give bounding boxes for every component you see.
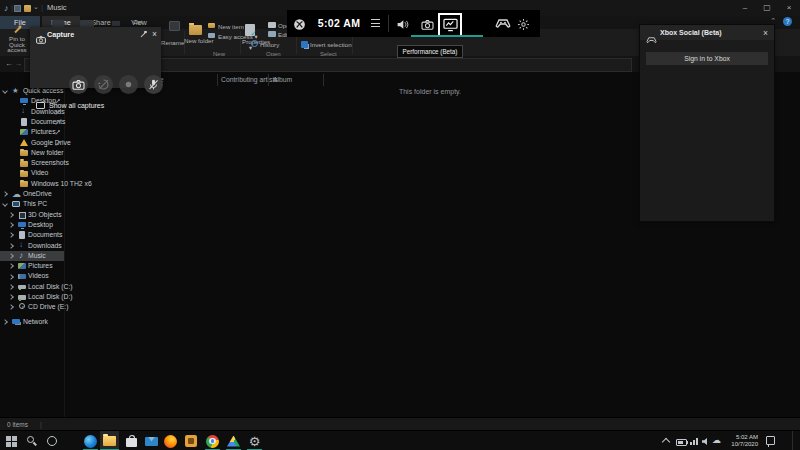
maximize-button[interactable]: ▢	[756, 0, 778, 15]
taskbar-icon-edge[interactable]	[81, 431, 100, 450]
sidebar-item-documents[interactable]: Documents	[0, 230, 64, 240]
chevron-right-icon[interactable]	[2, 191, 8, 197]
sidebar-item-videos[interactable]: Videos	[0, 271, 64, 281]
chevron-right-icon[interactable]	[8, 305, 14, 311]
chevron-right-icon[interactable]	[8, 274, 14, 280]
column-header-contributing-artists[interactable]: Contributing artists	[221, 76, 278, 83]
taskbar-icon-file-explorer[interactable]	[100, 431, 119, 450]
qat-customize-chevron-icon[interactable]: ⌄	[33, 3, 39, 11]
back-arrow-icon[interactable]: ←	[5, 59, 13, 68]
performance-widget-button[interactable]	[438, 13, 462, 37]
qat-new-folder-icon[interactable]	[24, 5, 31, 12]
capture-widget-header[interactable]: Capture ×	[30, 27, 161, 40]
chevron-right-icon[interactable]	[8, 212, 14, 218]
sidebar-item-music[interactable]: Music	[0, 251, 64, 261]
sidebar-item-this-pc[interactable]: This PC	[0, 199, 64, 209]
sidebar-item-pictures[interactable]: Pictures	[0, 127, 64, 137]
new-folder-button[interactable]: New folder	[184, 38, 208, 44]
onedrive-icon[interactable]: ☁	[712, 435, 721, 445]
taskbar-icon-mail[interactable]	[142, 431, 161, 450]
xbox-logo-icon[interactable]	[293, 17, 306, 30]
sidebar-item-new-folder[interactable]: New folder	[0, 148, 64, 158]
minimize-button[interactable]: –	[734, 0, 756, 15]
easy-access-icon[interactable]	[208, 33, 215, 38]
widget-menu-icon[interactable]	[371, 19, 380, 28]
column-header-album[interactable]: Album	[273, 76, 292, 83]
chevron-right-icon[interactable]	[8, 222, 14, 228]
history-button[interactable]: History	[260, 41, 279, 48]
new-folder-icon[interactable]	[189, 25, 202, 35]
sidebar-item-cd-drive-e-[interactable]: CD Drive (E:)	[0, 302, 64, 312]
volume-icon[interactable]	[702, 438, 710, 445]
close-button[interactable]: ×	[778, 0, 800, 15]
start-recording-button[interactable]	[119, 75, 138, 94]
chevron-right-icon[interactable]	[8, 284, 14, 290]
network-icon[interactable]	[690, 438, 699, 445]
xbox-social-header[interactable]: Xbox Social (Beta) ×	[640, 25, 774, 40]
taskbar-icon-store[interactable]	[122, 431, 141, 450]
hidden-icons-chevron-icon[interactable]	[662, 438, 670, 446]
sidebar-item-pictures[interactable]: Pictures	[0, 261, 64, 271]
forward-arrow-icon[interactable]: →	[14, 59, 22, 68]
taskbar-icon-firefox[interactable]	[161, 431, 180, 450]
pin-widget-icon[interactable]	[140, 30, 148, 38]
taskbar-icon-settings[interactable]: ⚙	[245, 431, 264, 450]
rename-button[interactable]: Rename	[161, 39, 184, 46]
chevron-right-icon[interactable]	[8, 263, 14, 269]
sidebar-item-desktop[interactable]: Desktop	[0, 220, 64, 230]
sidebar-item-network[interactable]: Network	[0, 317, 64, 327]
chevron-right-icon[interactable]	[8, 294, 14, 300]
close-social-icon[interactable]: ×	[763, 28, 768, 38]
chevron-down-icon[interactable]	[2, 88, 8, 94]
sidebar-item-local-disk-d-[interactable]: Local Disk (D:)	[0, 292, 64, 302]
close-widget-icon[interactable]: ×	[152, 29, 157, 39]
sidebar-item-documents[interactable]: Documents	[0, 117, 64, 127]
sign-in-to-xbox-button[interactable]: Sign in to Xbox	[646, 52, 768, 65]
taskbar-icon-cortana[interactable]	[42, 431, 61, 450]
action-center-icon[interactable]	[766, 436, 775, 445]
chevron-right-icon[interactable]	[8, 233, 14, 239]
history-icon[interactable]	[251, 40, 258, 47]
take-screenshot-button[interactable]	[69, 75, 88, 94]
sidebar-item-video[interactable]: Video	[0, 168, 64, 178]
xbox-social-widget-button[interactable]	[495, 17, 511, 31]
settings-widget-button[interactable]	[515, 17, 531, 31]
new-item-icon[interactable]	[208, 23, 215, 28]
sidebar-item-downloads[interactable]: Downloads	[0, 241, 64, 251]
qat-properties-icon[interactable]	[14, 5, 21, 12]
edit-icon[interactable]	[268, 31, 276, 37]
open-icon[interactable]	[268, 22, 276, 28]
sidebar-item-3d-objects[interactable]: 3D Objects	[0, 210, 64, 220]
show-desktop-button[interactable]	[792, 431, 793, 450]
pin-to-quick-access-button[interactable]: Pin to Quick access	[1, 36, 33, 53]
sidebar-item-screenshots[interactable]: Screenshots	[0, 158, 64, 168]
copy-path-icon[interactable]	[112, 21, 120, 26]
invert-selection-icon[interactable]	[301, 41, 308, 48]
capture-widget-button[interactable]	[419, 17, 435, 31]
cut-button[interactable]: Cut	[133, 19, 142, 25]
taskbar-icon-yellow-app[interactable]	[181, 431, 200, 450]
audio-widget-button[interactable]	[394, 17, 410, 31]
copy-icon[interactable]	[52, 20, 64, 27]
taskbar-icon-drive[interactable]	[224, 431, 243, 450]
collapse-ribbon-chevron-icon[interactable]: ⌃	[770, 17, 776, 25]
properties-icon[interactable]	[245, 24, 255, 36]
record-last-30s-button[interactable]	[94, 75, 113, 94]
tray-clock[interactable]: 5:02 AM 10/7/2020	[724, 434, 758, 448]
battery-icon[interactable]	[676, 439, 687, 446]
chevron-right-icon[interactable]	[8, 243, 14, 249]
chevron-right-icon[interactable]	[2, 319, 8, 325]
taskbar-icon-search[interactable]	[22, 431, 41, 450]
rename-icon[interactable]	[169, 21, 180, 31]
sidebar-item-local-disk-c-[interactable]: Local Disk (C:)	[0, 282, 64, 292]
sidebar-item-windows-10-th2-x6[interactable]: Windows 10 TH2 x6	[0, 179, 64, 189]
help-icon[interactable]: ?	[783, 17, 792, 26]
sidebar-item-google-drive[interactable]: Google Drive	[0, 138, 64, 148]
chevron-right-icon[interactable]	[8, 253, 14, 259]
taskbar-icon-chrome[interactable]	[203, 431, 222, 450]
invert-selection-button[interactable]: Invert selection	[310, 41, 352, 48]
paste-icon[interactable]	[80, 20, 94, 27]
taskbar-icon-start[interactable]	[2, 431, 21, 450]
taskbar-icon-task-view[interactable]	[62, 431, 81, 450]
sidebar-item-onedrive[interactable]: OneDrive	[0, 189, 64, 199]
